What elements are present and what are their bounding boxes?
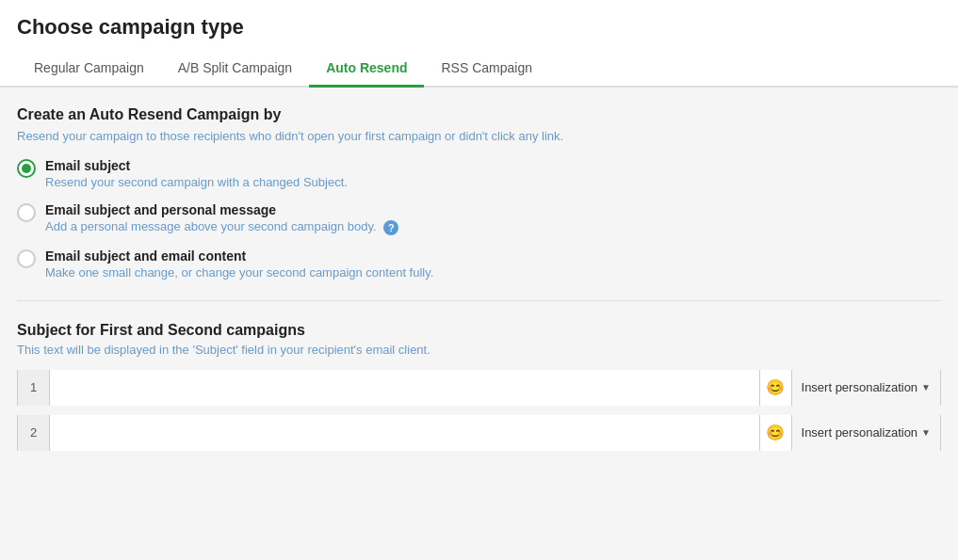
chevron-down-icon-1: ▼ [921,382,931,392]
section2-title: Subject for First and Second campaigns [17,322,941,339]
main-content: Create an Auto Resend Campaign by Resend… [0,88,958,560]
radio-email-subject[interactable] [17,159,36,178]
insert-personalization-button-2[interactable]: Insert personalization ▼ [791,415,940,451]
subject-section: Subject for First and Second campaigns T… [17,322,941,451]
radio-text-email-subject-personal: Email subject and personal message Add a… [45,202,398,235]
subject-input-row-1: 1 😊 Insert personalization ▼ [17,370,941,406]
radio-label-email-subject: Email subject [45,158,348,173]
subject-input-2[interactable] [50,415,759,451]
tab-regular-campaign[interactable]: Regular Campaign [17,51,161,88]
radio-desc-email-subject-personal: Add a personal message above your second… [45,219,398,235]
page-title: Choose campaign type [17,15,941,40]
option-email-subject-content[interactable]: Email subject and email content Make one… [17,248,941,280]
option-email-subject[interactable]: Email subject Resend your second campaig… [17,158,941,189]
page-header: Choose campaign type [0,0,958,51]
tabs-bar: Regular Campaign A/B Split Campaign Auto… [0,51,958,88]
chevron-down-icon-2: ▼ [921,427,931,438]
row-number-2: 2 [18,415,50,451]
radio-desc-email-subject: Resend your second campaign with a chang… [45,175,348,189]
section2-subtitle: This text will be displayed in the 'Subj… [17,343,941,357]
option-email-subject-personal[interactable]: Email subject and personal message Add a… [17,202,941,235]
radio-email-subject-content[interactable] [17,249,36,268]
radio-label-email-subject-personal: Email subject and personal message [45,202,398,217]
subject-input-row-2: 2 😊 Insert personalization ▼ [17,415,941,451]
radio-group: Email subject Resend your second campaig… [17,158,941,280]
section1-subtitle: Resend your campaign to those recipients… [17,129,941,143]
tab-auto-resend[interactable]: Auto Resend [309,51,424,88]
radio-text-email-subject-content: Email subject and email content Make one… [45,248,433,280]
emoji-button-2[interactable]: 😊 [759,415,791,451]
radio-label-email-subject-content: Email subject and email content [45,248,433,264]
radio-email-subject-personal[interactable] [17,203,36,222]
help-icon[interactable]: ? [383,220,398,235]
radio-text-email-subject: Email subject Resend your second campaig… [45,158,348,189]
emoji-button-1[interactable]: 😊 [759,370,791,406]
section1-title: Create an Auto Resend Campaign by [17,106,941,123]
campaign-type-section: Create an Auto Resend Campaign by Resend… [17,106,941,280]
insert-personalization-button-1[interactable]: Insert personalization ▼ [791,370,940,406]
subject-input-1[interactable] [50,370,759,406]
tab-ab-split-campaign[interactable]: A/B Split Campaign [161,51,309,88]
section-divider [17,300,941,301]
radio-desc-email-subject-content: Make one small change, or change your se… [45,265,433,280]
tab-rss-campaign[interactable]: RSS Campaign [424,51,549,88]
row-number-1: 1 [18,370,50,406]
